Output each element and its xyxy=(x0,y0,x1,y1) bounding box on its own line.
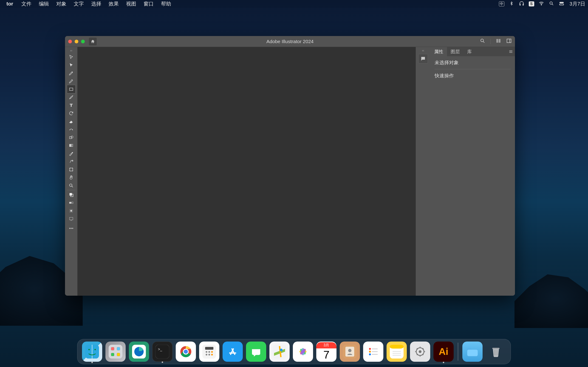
svg-rect-32 xyxy=(111,347,114,350)
home-button[interactable] xyxy=(89,38,97,45)
menubar-item-type[interactable]: 文字 xyxy=(70,0,87,7)
svg-rect-5 xyxy=(496,39,498,43)
comments-panel-button[interactable] xyxy=(418,54,428,64)
svg-rect-51 xyxy=(226,345,240,359)
dock-contacts[interactable] xyxy=(340,342,360,362)
tab-properties[interactable]: 属性 xyxy=(431,47,447,56)
dock-reminders[interactable] xyxy=(363,342,383,362)
menubar-item-effect[interactable]: 效果 xyxy=(105,0,122,7)
dock-settings[interactable] xyxy=(410,342,430,362)
eyedropper-tool[interactable] xyxy=(67,149,75,157)
gradient-tool[interactable] xyxy=(67,141,75,149)
app-s-icon[interactable]: S xyxy=(529,1,534,6)
input-method-icon[interactable]: 中 xyxy=(499,1,504,6)
svg-rect-70 xyxy=(390,345,404,349)
menubar-item-window[interactable]: 窗口 xyxy=(140,0,157,7)
svg-rect-24 xyxy=(72,202,73,203)
pen-tool[interactable] xyxy=(67,69,75,77)
svg-point-19 xyxy=(69,184,72,186)
dock-calculator[interactable] xyxy=(199,342,219,362)
svg-point-50 xyxy=(211,354,213,356)
edit-toolbar-button[interactable]: ••• xyxy=(67,225,75,233)
desktop-island-right xyxy=(515,268,588,328)
menubar-right: 中 S 3月7日 xyxy=(499,0,585,7)
dock-trash[interactable] xyxy=(486,342,506,362)
menubar-app-name[interactable]: tor xyxy=(3,1,18,7)
artboard-tool[interactable] xyxy=(67,165,75,173)
draw-mode-normal[interactable] xyxy=(67,207,75,215)
menubar-date[interactable]: 3月7日 xyxy=(570,0,585,7)
tab-layers[interactable]: 图层 xyxy=(447,47,464,56)
screen-mode-control[interactable] xyxy=(67,215,75,223)
color-mode-control[interactable] xyxy=(67,199,75,207)
arrange-documents-icon[interactable] xyxy=(496,38,501,45)
tool-panel-collapse-icon[interactable]: ›› xyxy=(70,48,72,53)
window-minimize-button[interactable] xyxy=(75,40,78,43)
dock-illustrator[interactable]: Ai xyxy=(433,342,454,362)
canvas-empty[interactable] xyxy=(78,47,416,296)
dock-calendar[interactable]: 3月 7 xyxy=(316,342,337,362)
bluetooth-icon[interactable] xyxy=(509,1,515,7)
zoom-tool[interactable] xyxy=(67,181,75,190)
titlebar-separator xyxy=(490,39,491,44)
dock-terminal[interactable]: >_ xyxy=(152,342,173,362)
svg-point-15 xyxy=(72,160,73,160)
dock-notes[interactable] xyxy=(387,342,407,362)
type-tool[interactable] xyxy=(67,101,75,109)
right-dock-expand-icon[interactable]: ‹‹ xyxy=(422,48,424,53)
menubar-item-file[interactable]: 文件 xyxy=(18,0,35,7)
fill-stroke-control[interactable] xyxy=(67,191,75,199)
selection-tool[interactable] xyxy=(67,53,75,61)
tab-libraries[interactable]: 库 xyxy=(464,47,476,56)
wifi-icon[interactable] xyxy=(538,1,544,7)
curvature-tool[interactable] xyxy=(67,77,75,85)
svg-rect-75 xyxy=(492,348,499,349)
hand-tool[interactable] xyxy=(67,173,75,181)
menubar-item-help[interactable]: 帮助 xyxy=(157,0,175,7)
svg-rect-74 xyxy=(467,350,478,356)
dock-messages[interactable] xyxy=(246,342,266,362)
workspace-switcher-icon[interactable] xyxy=(506,38,512,45)
menubar-item-object[interactable]: 对象 xyxy=(52,0,70,7)
svg-text:>_: >_ xyxy=(158,347,162,351)
menubar-item-select[interactable]: 选择 xyxy=(87,0,105,7)
symbol-sprayer-tool[interactable] xyxy=(67,157,75,165)
headphones-icon[interactable] xyxy=(519,1,525,7)
menubar-item-view[interactable]: 视图 xyxy=(122,0,140,7)
tool-separator xyxy=(67,190,75,190)
spotlight-icon[interactable] xyxy=(548,1,554,7)
properties-panel: 属性 图层 库 未选择对象 快速操作 xyxy=(431,47,515,296)
svg-point-46 xyxy=(208,351,210,353)
svg-point-45 xyxy=(206,351,207,353)
svg-rect-38 xyxy=(156,345,169,359)
window-close-button[interactable] xyxy=(68,40,72,43)
eraser-tool[interactable] xyxy=(67,117,75,125)
dock-chrome[interactable] xyxy=(176,342,196,362)
dock-finder[interactable] xyxy=(82,342,102,362)
svg-point-68 xyxy=(369,353,371,355)
window-zoom-button[interactable] xyxy=(81,40,85,43)
window-body: ›› ••• xyxy=(65,47,515,296)
rectangle-tool[interactable] xyxy=(67,85,75,93)
dock-launchpad[interactable] xyxy=(105,342,126,362)
illustrator-ai-label: Ai xyxy=(439,346,448,357)
dock-maps[interactable] xyxy=(269,342,290,362)
dock-downloads[interactable] xyxy=(462,342,483,362)
shape-builder-tool[interactable] xyxy=(67,133,75,141)
width-tool[interactable] xyxy=(67,125,75,133)
control-center-icon[interactable] xyxy=(559,1,565,7)
paintbrush-tool[interactable] xyxy=(67,93,75,101)
svg-point-11 xyxy=(72,129,73,130)
panel-menu-icon[interactable] xyxy=(507,47,515,56)
menubar-item-edit[interactable]: 编辑 xyxy=(35,0,52,7)
search-icon[interactable] xyxy=(480,38,485,45)
dock-separator xyxy=(458,343,458,361)
svg-rect-9 xyxy=(69,88,73,90)
dock-edge[interactable] xyxy=(129,342,149,362)
macos-dock: >_ 3月 7 Ai xyxy=(77,339,511,364)
dock-appstore[interactable] xyxy=(223,342,243,362)
rotate-tool[interactable] xyxy=(67,109,75,117)
svg-rect-35 xyxy=(117,353,120,356)
dock-photos[interactable] xyxy=(293,342,313,362)
direct-selection-tool[interactable] xyxy=(67,61,75,69)
